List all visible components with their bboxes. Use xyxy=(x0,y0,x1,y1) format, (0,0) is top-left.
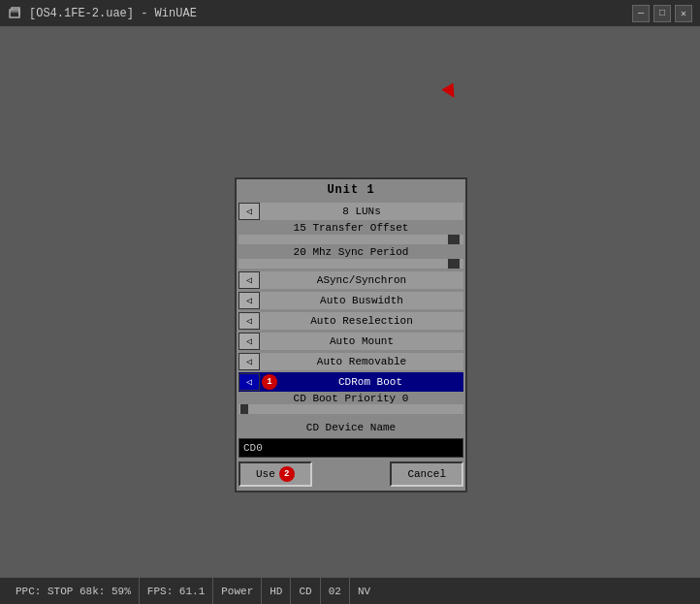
boot-priority-thumb[interactable] xyxy=(240,404,248,414)
transfer-offset-container: 15 Transfer Offset xyxy=(239,222,463,244)
buswidth-cycle-btn[interactable]: ◁ xyxy=(239,292,260,309)
async-label: ASync/Synchron xyxy=(260,271,463,289)
use-label: Use xyxy=(256,468,275,480)
status-hd: HD xyxy=(262,578,291,604)
status-num: 02 xyxy=(321,578,350,604)
device-name-label: CD Device Name xyxy=(237,419,465,436)
transfer-offset-label: 15 Transfer Offset xyxy=(239,222,463,234)
title-bar-buttons: — □ ✕ xyxy=(632,5,692,22)
cancel-button[interactable]: Cancel xyxy=(390,461,463,487)
title-bar-left: [OS4.1FE-2.uae] - WinUAE xyxy=(8,6,197,21)
removable-label: Auto Removable xyxy=(260,353,463,370)
boot-priority-row: CD Boot Priority 0 xyxy=(239,393,463,414)
window-title: [OS4.1FE-2.uae] - WinUAE xyxy=(29,7,197,20)
status-nv: NV xyxy=(350,578,378,604)
status-bar: PPC: STOP 68k: 59% FPS: 61.1 Power HD CD… xyxy=(0,577,700,604)
async-cycle-btn[interactable]: ◁ xyxy=(239,271,260,289)
luns-row: ◁ 8 LUNs xyxy=(239,202,463,221)
luns-cycle-btn[interactable]: ◁ xyxy=(239,203,260,220)
device-name-section: CD Device Name xyxy=(237,415,465,438)
buswidth-row: ◁ Auto Buswidth xyxy=(239,291,463,310)
reselection-row: ◁ Auto Reselection xyxy=(239,311,463,331)
button-row: Use 2 Cancel xyxy=(239,461,463,487)
status-power: Power xyxy=(213,578,262,604)
dialog: Unit 1 ◁ 8 LUNs 15 Transfer Offset 20 Mh… xyxy=(235,177,467,493)
main-area: Unit 1 ◁ 8 LUNs 15 Transfer Offset 20 Mh… xyxy=(0,27,700,577)
cdrom-badge: 1 xyxy=(262,374,277,390)
transfer-offset-thumb[interactable] xyxy=(448,235,460,244)
dialog-title: Unit 1 xyxy=(237,179,465,201)
maximize-button[interactable]: □ xyxy=(653,5,671,22)
luns-label: 8 LUNs xyxy=(260,203,463,220)
use-badge: 2 xyxy=(279,466,295,482)
removable-cycle-btn[interactable]: ◁ xyxy=(239,353,260,370)
minimize-button[interactable]: — xyxy=(632,5,650,22)
status-fps: FPS: 61.1 xyxy=(140,578,213,604)
status-cd: CD xyxy=(291,578,320,604)
title-bar: [OS4.1FE-2.uae] - WinUAE — □ ✕ xyxy=(0,0,700,27)
boot-priority-track[interactable] xyxy=(239,404,463,414)
cdrom-label: CDRom Boot xyxy=(277,373,463,391)
sync-period-label: 20 Mhz Sync Period xyxy=(239,246,463,258)
transfer-offset-track[interactable] xyxy=(239,235,463,244)
app-icon xyxy=(8,6,23,21)
async-row: ◁ ASync/Synchron xyxy=(239,270,463,290)
use-button[interactable]: Use 2 xyxy=(239,461,312,487)
sync-period-track[interactable] xyxy=(239,259,463,269)
sync-period-thumb[interactable] xyxy=(448,259,460,269)
mount-cycle-btn[interactable]: ◁ xyxy=(239,333,260,350)
mount-row: ◁ Auto Mount xyxy=(239,332,463,351)
svg-rect-0 xyxy=(10,10,19,17)
cdrom-boot-row: ◁ 1 CDRom Boot xyxy=(239,372,463,392)
device-input-container xyxy=(239,438,463,458)
boot-priority-label: CD Boot Priority 0 xyxy=(239,393,463,404)
status-ppc: PPC: STOP 68k: 59% xyxy=(8,578,140,604)
cdrom-cycle-btn[interactable]: ◁ xyxy=(239,373,260,391)
close-button[interactable]: ✕ xyxy=(675,5,692,22)
mouse-cursor xyxy=(441,82,460,101)
reselection-label: Auto Reselection xyxy=(260,312,463,330)
device-name-input[interactable] xyxy=(239,438,463,458)
mount-label: Auto Mount xyxy=(260,333,463,350)
buswidth-label: Auto Buswidth xyxy=(260,292,463,309)
reselection-cycle-btn[interactable]: ◁ xyxy=(239,312,260,330)
sync-period-container: 20 Mhz Sync Period xyxy=(239,246,463,269)
removable-row: ◁ Auto Removable xyxy=(239,352,463,371)
